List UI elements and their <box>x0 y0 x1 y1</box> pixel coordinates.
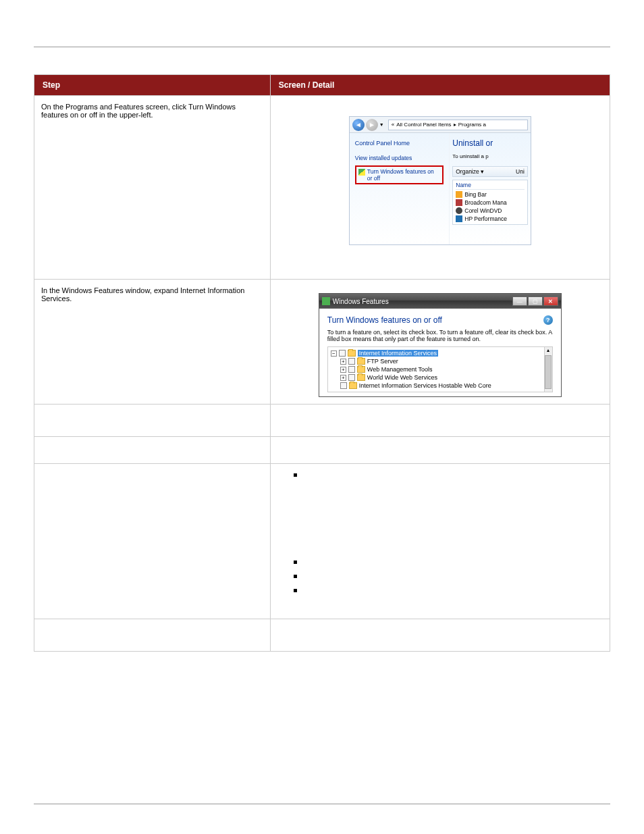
window-controls: — ▢ ✕ <box>512 296 558 306</box>
feature-tree: ▴ − Internet Information Services + <box>327 346 553 392</box>
detail-cell <box>270 464 610 619</box>
expand-icon[interactable]: + <box>340 367 346 373</box>
control-panel-screenshot: ◄ ► ▼ « All Control Panel Items ▸ Progra… <box>349 116 531 245</box>
expand-icon[interactable]: + <box>340 375 346 381</box>
checkbox[interactable] <box>348 358 355 365</box>
checkbox[interactable] <box>339 350 346 357</box>
cp-sidebar: Control Panel Home View installed update… <box>350 133 449 244</box>
table-header-row: Step Screen / Detail <box>34 75 610 96</box>
uninstall-heading: Uninstall or <box>452 138 528 148</box>
detail-cell <box>270 405 610 437</box>
collapse-icon[interactable]: − <box>331 350 337 357</box>
dialog-description: To turn a feature on, select its check b… <box>327 329 553 342</box>
turn-features-link[interactable]: Turn Windows features on or off <box>367 168 440 182</box>
table-row <box>34 405 610 437</box>
highlighted-link-box: Turn Windows features on or off <box>355 165 444 184</box>
step-text: In the Windows Features window, expand I… <box>41 286 244 303</box>
cp-main-area: Uninstall or To uninstall a p Organize ▾… <box>449 133 531 244</box>
tree-node-hostable[interactable]: Internet Information Services Hostable W… <box>340 382 549 390</box>
dialog-heading: Turn Windows features on or off <box>327 315 442 325</box>
step-text: On the Programs and Features screen, cli… <box>41 103 236 119</box>
breadcrumb[interactable]: « All Control Panel Items ▸ Programs a <box>388 120 528 130</box>
scroll-up-icon[interactable]: ▴ <box>545 347 552 353</box>
breadcrumb-seg2: Programs a <box>458 122 486 128</box>
step-cell <box>34 464 271 619</box>
windows-features-dialog: Windows Features — ▢ ✕ Turn Windows feat… <box>319 293 562 397</box>
col-header-step: Step <box>34 75 271 96</box>
scrollbar[interactable]: ▴ <box>544 347 552 392</box>
breadcrumb-seg1: All Control Panel Items <box>396 122 451 128</box>
window-icon <box>322 297 330 305</box>
list-item <box>294 586 603 592</box>
list-item <box>294 572 603 578</box>
dialog-body: Turn Windows features on or off ? To tur… <box>319 309 561 396</box>
bullet-icon <box>294 575 297 578</box>
tree-node-iis[interactable]: − Internet Information Services <box>331 349 549 357</box>
view-updates-link[interactable]: View installed updates <box>355 155 444 161</box>
list-item <box>294 471 603 477</box>
steps-table: Step Screen / Detail On the Programs and… <box>34 74 610 652</box>
folder-icon <box>349 382 357 389</box>
app-icon <box>456 199 462 206</box>
bullet-list <box>277 471 603 592</box>
folder-icon <box>348 350 356 357</box>
help-icon[interactable]: ? <box>543 315 553 325</box>
step-cell <box>34 405 271 437</box>
list-item[interactable]: HP Performance <box>456 215 525 223</box>
list-item[interactable]: Bing Bar <box>456 190 525 199</box>
tree-node-ftp[interactable]: + FTP Server <box>340 357 549 365</box>
bullet-icon <box>294 561 297 564</box>
app-icon <box>456 207 462 214</box>
bullet-icon <box>294 589 297 592</box>
chevron-right-icon: ▸ <box>454 122 456 128</box>
cp-body: Control Panel Home View installed update… <box>350 133 531 244</box>
tree-node-www[interactable]: + World Wide Web Services <box>340 373 549 382</box>
minimize-button[interactable]: — <box>512 296 527 306</box>
page-header <box>34 27 610 47</box>
page-footer <box>34 804 610 807</box>
app-icon <box>456 215 462 222</box>
back-button[interactable]: ◄ <box>352 119 365 131</box>
name-column-header[interactable]: Name <box>456 182 525 190</box>
program-name: Broadcom Mana <box>464 199 506 206</box>
step-cell <box>34 619 271 652</box>
table-row: On the Programs and Features screen, cli… <box>34 96 610 280</box>
scroll-thumb[interactable] <box>545 355 552 389</box>
close-button[interactable]: ✕ <box>543 296 558 306</box>
checkbox[interactable] <box>348 366 355 373</box>
dropdown-arrow-icon[interactable]: ▼ <box>379 122 384 127</box>
tree-node-webmgmt[interactable]: + Web Management Tools <box>340 365 549 373</box>
shield-icon <box>358 169 365 176</box>
detail-cell: ◄ ► ▼ « All Control Panel Items ▸ Progra… <box>270 96 610 280</box>
expand-icon[interactable]: + <box>340 359 346 365</box>
forward-button[interactable]: ► <box>366 119 378 131</box>
step-cell <box>34 437 271 464</box>
uni-label: Uni <box>516 168 525 175</box>
table-row: In the Windows Features window, expand I… <box>34 280 610 405</box>
maximize-button[interactable]: ▢ <box>528 296 543 306</box>
step-cell: On the Programs and Features screen, cli… <box>34 96 271 280</box>
tree-label: FTP Server <box>367 358 398 365</box>
detail-cell <box>270 437 610 464</box>
folder-icon <box>357 358 365 365</box>
tree-label: World Wide Web Services <box>367 374 437 381</box>
checkbox[interactable] <box>340 382 347 389</box>
cp-navbar: ◄ ► ▼ « All Control Panel Items ▸ Progra… <box>350 117 531 133</box>
bullet-icon <box>294 473 297 477</box>
step-cell: In the Windows Features window, expand I… <box>34 280 271 405</box>
program-name: Bing Bar <box>464 191 487 198</box>
folder-icon <box>357 374 365 381</box>
organize-dropdown[interactable]: Organize ▾ <box>456 168 484 175</box>
uninstall-subtext: To uninstall a p <box>452 153 528 159</box>
cp-home-link[interactable]: Control Panel Home <box>355 140 444 147</box>
detail-cell <box>270 619 610 652</box>
list-item[interactable]: Broadcom Mana <box>456 199 525 207</box>
list-item[interactable]: Corel WinDVD <box>456 207 525 215</box>
program-name: Corel WinDVD <box>464 207 502 214</box>
breadcrumb-prefix: « <box>392 122 394 128</box>
table-row <box>34 619 610 652</box>
organize-toolbar: Organize ▾ Uni <box>452 166 528 177</box>
detail-cell: Windows Features — ▢ ✕ Turn Windows feat… <box>270 280 610 405</box>
checkbox[interactable] <box>348 374 355 381</box>
table-row <box>34 437 610 464</box>
